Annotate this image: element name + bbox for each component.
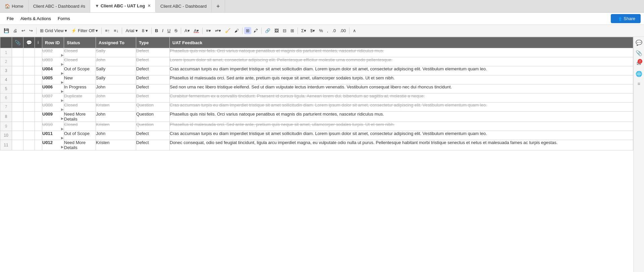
tab-home[interactable]: 🏠 Home [0,0,29,12]
status-cell[interactable]: In Progress [64,84,96,93]
underline-button[interactable]: U [166,27,172,34]
row-id-cell[interactable]: U011▶ [42,131,64,140]
collapse-toolbar-button[interactable]: ∧ [351,27,358,34]
expand-row-button[interactable]: ▶ [42,71,64,75]
filter-button[interactable]: ⚡ Filter Off ▾ [69,27,100,34]
sidebar-attach-icon[interactable]: 📎 [636,50,642,56]
feedback-cell[interactable]: Cras accumsan turpis eu diam imperdiet t… [170,66,633,75]
clear-format-button[interactable]: 🧹 [223,27,232,34]
expand-row-button[interactable]: ▶ [42,108,64,111]
status-cell[interactable]: Closed [64,57,96,66]
tab-uat-log[interactable]: ▼ Client ABC - UAT Log ✕ [90,0,156,12]
sidebar-comment-icon[interactable]: 💬 [636,40,642,46]
header-status[interactable]: Status [64,37,96,48]
sum-button[interactable]: Σ▾ [300,27,308,34]
type-cell[interactable]: Defect [136,75,170,84]
expand-row-button[interactable]: ▶ [42,62,64,66]
status-cell[interactable]: New [64,75,96,84]
table-view-button[interactable]: ⊞ [244,27,251,34]
share-button[interactable]: 👥 Share [611,14,641,23]
type-cell[interactable]: Defect [136,93,170,103]
feedback-cell[interactable]: Cras accumsan turpis eu diam imperdiet t… [170,131,633,140]
save-button[interactable]: 💾 [2,27,11,34]
assigned-to-cell[interactable]: Kristen [96,103,136,112]
assigned-to-cell[interactable]: John [96,93,136,103]
expand-row-button[interactable]: ▶ [42,127,64,131]
decimal-less-button[interactable]: .0 [330,27,337,34]
tab-dashboard-s[interactable]: Client ABC - Dashboard #s [29,0,90,12]
assigned-to-cell[interactable]: Sally [96,48,136,57]
feedback-cell[interactable]: Donec consequat, odio sed feugiat tincid… [170,140,633,150]
expand-row-button[interactable]: ▶ [42,98,64,102]
font-selector[interactable]: Arial ▾ [124,27,140,34]
row-height-decrease-button[interactable]: ≡↑ [103,27,111,34]
menu-forms[interactable]: Forms [54,15,73,22]
assigned-to-cell[interactable]: John [96,112,136,122]
close-tab-button[interactable]: ✕ [148,4,151,8]
redo-button[interactable]: ↪ [28,27,35,34]
dollar-button[interactable]: $▾ [309,27,317,34]
assigned-to-cell[interactable]: Sally [96,66,136,75]
status-cell[interactable]: Need More Details [64,112,96,122]
row-id-cell[interactable]: U007▶ [42,93,64,103]
feedback-cell[interactable]: Lorem ipsum dolor sit amet, consectetur … [170,57,633,66]
header-uat-feedback[interactable]: UAT Feedback [170,37,633,48]
row-id-cell[interactable]: U008▶ [42,103,64,112]
header-row-id[interactable]: Row ID [42,37,64,48]
status-cell[interactable]: Need More Details [64,140,96,150]
percent-button[interactable]: % [317,27,325,34]
row-id-cell[interactable]: U012▶ [42,140,64,150]
italic-button[interactable]: I [160,27,165,34]
expand-row-button[interactable]: ▶ [42,89,64,93]
highlight-button[interactable]: 🖍 [252,27,260,34]
row-height-increase-button[interactable]: ≡↓ [112,27,120,34]
format-paint-button[interactable]: 🖌 [233,27,240,34]
feedback-cell[interactable]: Phasellus id malesuada orci. Sed ante an… [170,75,633,84]
expand-row-button[interactable]: ▶ [42,117,64,120]
type-cell[interactable]: Defect [136,84,170,93]
assigned-to-cell[interactable]: John [96,84,136,93]
type-cell[interactable]: Defect [136,140,170,150]
row-id-cell[interactable]: U004▶ [42,66,64,75]
strikethrough-button[interactable]: S [173,27,179,34]
fill-color-button[interactable]: A▾ [183,27,192,34]
type-cell[interactable]: Question [136,122,170,131]
columns-button[interactable]: ⊟ [281,27,288,34]
assigned-to-cell[interactable]: Kristen [96,140,136,150]
assigned-to-cell[interactable]: John [96,57,136,66]
type-cell[interactable]: Question [136,112,170,122]
type-cell[interactable]: Defect [136,48,170,57]
row-id-cell[interactable]: U002▶ [42,48,64,57]
feedback-cell[interactable]: Phasellus quis nisi felis. Orci varius n… [170,112,633,122]
expand-row-button[interactable]: ▶ [42,145,64,149]
comma-button[interactable]: , [325,27,330,34]
menu-file[interactable]: File [3,15,17,22]
menu-alerts[interactable]: Alerts & Actions [17,15,54,22]
image-button[interactable]: 🖼 [273,27,280,34]
undo-button[interactable]: ↩ [20,27,27,34]
grid-view-button[interactable]: ⊞ Grid View ▾ [38,27,69,34]
type-cell[interactable]: Defect [136,66,170,75]
feedback-cell[interactable]: Sed non urna nec libero tristique eleife… [170,84,633,93]
type-cell[interactable]: Defect [136,57,170,66]
row-id-cell[interactable]: U010▶ [42,122,64,131]
status-cell[interactable]: Closed [64,103,96,112]
print-button[interactable]: 🖨 [11,27,19,34]
header-assigned-to[interactable]: Assigned To [96,37,136,48]
tab-dashboard[interactable]: Client ABC - Dashboard [156,0,212,12]
row-id-cell[interactable]: U005▶ [42,75,64,84]
add-tab-button[interactable]: + [212,0,225,12]
expand-row-button[interactable]: ▶ [42,136,64,140]
status-cell[interactable]: Closed [64,48,96,57]
status-cell[interactable]: Closed [64,122,96,131]
row-id-cell[interactable]: U009▶ [42,112,64,122]
type-cell[interactable]: Defect [136,131,170,140]
sidebar-web-icon[interactable]: 🌐 [636,71,642,77]
assigned-to-cell[interactable]: Kristen [96,122,136,131]
wrap-button[interactable]: ⇌▾ [213,27,223,34]
font-size-selector[interactable]: 8 ▾ [140,27,150,34]
status-cell[interactable]: Duplicate [64,93,96,103]
decimal-more-button[interactable]: .00 [338,27,347,34]
status-cell[interactable]: Out of Scope [64,131,96,140]
feedback-cell[interactable]: Curabitur fermentum ex a convallis tinci… [170,93,633,103]
